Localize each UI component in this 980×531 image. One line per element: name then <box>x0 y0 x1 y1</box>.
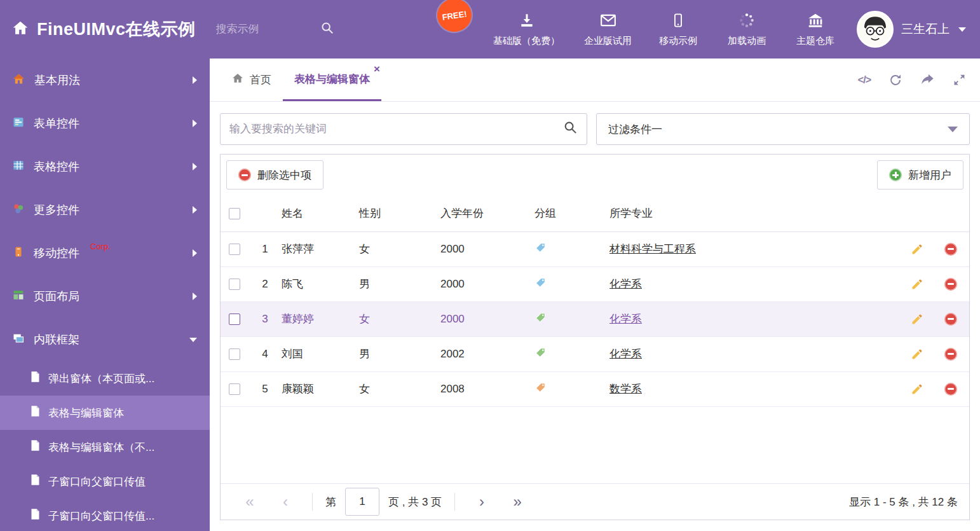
grid-panel: 删除选中项 新增用户 <box>220 154 970 520</box>
row-checkbox[interactable] <box>229 383 240 395</box>
delete-row-icon[interactable] <box>944 243 957 256</box>
last-page-button[interactable]: » <box>500 493 535 511</box>
open-in-new-window-icon[interactable] <box>920 73 935 87</box>
pagination-bar: « ‹ 第 页 , 共 3 页 › » 显示 1 - 5 条 , 共 12 条 <box>221 483 969 520</box>
cell-year: 2000 <box>440 231 534 266</box>
sidebar-item-page-layout[interactable]: 页面布局 <box>0 275 210 318</box>
edit-pencil-icon[interactable] <box>911 313 923 326</box>
select-all-checkbox[interactable] <box>229 208 240 219</box>
mail-icon <box>599 12 617 31</box>
tab-grid-edit-window[interactable]: 表格与编辑窗体 × <box>283 59 381 101</box>
delete-row-icon[interactable] <box>944 348 957 361</box>
download-icon <box>519 12 535 31</box>
row-checkbox[interactable] <box>229 244 240 255</box>
major-link[interactable]: 化学系 <box>609 313 642 325</box>
sidebar-subitem-child-to-parent-2[interactable]: 子窗口向父窗口传值... <box>0 499 210 531</box>
column-header-name: 姓名 <box>282 195 359 231</box>
major-link[interactable]: 材料科学与工程系 <box>609 243 696 255</box>
brand[interactable]: FineUIMvc在线示例 <box>11 18 196 41</box>
nav-item-theme-repo[interactable]: 主题仓库 <box>793 12 838 47</box>
major-link[interactable]: 化学系 <box>609 348 642 360</box>
tab-home[interactable]: 首页 <box>220 59 283 101</box>
close-icon[interactable]: × <box>374 64 380 74</box>
first-page-button[interactable]: « <box>232 493 268 511</box>
sidebar-item-grid-controls[interactable]: 表格控件 <box>0 145 210 188</box>
app-title: FineUIMvc在线示例 <box>37 18 196 41</box>
free-badge: FREE! <box>435 0 474 34</box>
sidebar-item-label: 移动控件 <box>34 245 79 261</box>
nav-label: 企业版试用 <box>584 35 632 47</box>
mobile-controls-icon <box>13 246 24 261</box>
sidebar-subitem-grid-edit-window[interactable]: 表格与编辑窗体 <box>0 396 210 430</box>
cell-gender: 男 <box>359 336 440 371</box>
major-link[interactable]: 化学系 <box>609 278 642 290</box>
column-header-rownum <box>248 195 282 231</box>
nav-label: 加载动画 <box>728 35 766 47</box>
nav-label: 主题仓库 <box>796 35 834 47</box>
sidebar-subitem-child-to-parent[interactable]: 子窗口向父窗口传值 <box>0 464 210 499</box>
page-suffix-label: 页 , 共 3 页 <box>388 495 442 509</box>
chevron-down-icon <box>948 127 958 132</box>
refresh-icon[interactable] <box>888 73 902 87</box>
search-icon[interactable] <box>563 120 578 138</box>
corp-badge: Corp. <box>90 242 111 251</box>
record-summary: 显示 1 - 5 条 , 共 12 条 <box>849 495 958 509</box>
row-checkbox[interactable] <box>229 279 240 290</box>
delete-row-icon[interactable] <box>944 383 957 396</box>
table-empty-space <box>221 407 969 484</box>
home-colored-icon <box>13 73 25 88</box>
cell-gender: 男 <box>359 266 440 301</box>
delete-row-icon[interactable] <box>944 278 957 291</box>
major-link[interactable]: 数学系 <box>609 383 642 395</box>
sidebar-item-label: 内联框架 <box>34 332 79 347</box>
filter-dropdown[interactable]: 过滤条件一 <box>596 113 970 145</box>
header-search-input[interactable] <box>216 23 311 36</box>
filter-row: 过滤条件一 <box>220 113 970 145</box>
keyword-search-input[interactable] <box>229 123 563 135</box>
bank-icon <box>806 12 824 31</box>
delete-row-icon[interactable] <box>944 313 957 326</box>
fullscreen-icon[interactable] <box>953 73 966 86</box>
sidebar-item-basic-usage[interactable]: 基本用法 <box>0 59 210 102</box>
nav-item-basic-edition[interactable]: 基础版（免费） <box>493 12 560 47</box>
row-checkbox[interactable] <box>229 314 240 325</box>
tab-label: 首页 <box>250 72 271 87</box>
next-page-button[interactable]: › <box>464 493 500 511</box>
edit-pencil-icon[interactable] <box>911 243 923 256</box>
minus-circle-icon <box>238 169 251 181</box>
tab-action-icons: </> <box>858 59 970 101</box>
add-user-button[interactable]: 新增用户 <box>877 160 963 190</box>
edit-pencil-icon[interactable] <box>911 278 923 291</box>
page-number-input[interactable] <box>345 488 379 516</box>
sidebar-item-label: 表单控件 <box>34 116 79 131</box>
chevron-right-icon <box>193 293 197 300</box>
sidebar-item-iframe[interactable]: 内联框架 <box>0 318 210 361</box>
sidebar-item-form-controls[interactable]: 表单控件 <box>0 102 210 145</box>
row-checkbox[interactable] <box>229 348 240 360</box>
nav-item-loading-animation[interactable]: 加载动画 <box>725 12 769 47</box>
home-icon <box>11 20 29 39</box>
cell-name: 康颖颖 <box>282 371 359 406</box>
more-controls-icon <box>13 203 24 217</box>
row-number: 4 <box>248 336 282 371</box>
sidebar-subitem-grid-edit-window-2[interactable]: 表格与编辑窗体（不... <box>0 430 210 464</box>
view-source-icon[interactable]: </> <box>858 74 871 86</box>
table-row: 4 刘国 男 2002 化学系 <box>221 336 969 371</box>
sidebar-subitem-popup-window[interactable]: 弹出窗体（本页面或... <box>0 361 210 396</box>
table-header-row: 姓名 性别 入学年份 分组 所学专业 <box>221 195 969 231</box>
edit-pencil-icon[interactable] <box>911 383 923 396</box>
delete-selected-button[interactable]: 删除选中项 <box>226 160 323 190</box>
home-tab-icon <box>231 72 244 87</box>
prev-page-button[interactable]: ‹ <box>268 493 303 511</box>
sidebar-item-more-controls[interactable]: 更多控件 <box>0 188 210 231</box>
edit-pencil-icon[interactable] <box>911 348 923 361</box>
sidebar-subitem-label: 子窗口向父窗口传值... <box>48 509 154 523</box>
nav-item-enterprise-trial[interactable]: 企业版试用 <box>584 12 632 47</box>
nav-item-mobile-demo[interactable]: 移动示例 <box>656 12 700 47</box>
sidebar-item-mobile-controls[interactable]: 移动控件 Corp. <box>0 231 210 275</box>
cell-year: 2002 <box>440 336 534 371</box>
pager-divider <box>454 493 455 511</box>
user-menu[interactable]: 三生石上 <box>857 11 966 48</box>
keyword-search-box <box>220 113 587 145</box>
search-icon[interactable] <box>320 21 334 38</box>
